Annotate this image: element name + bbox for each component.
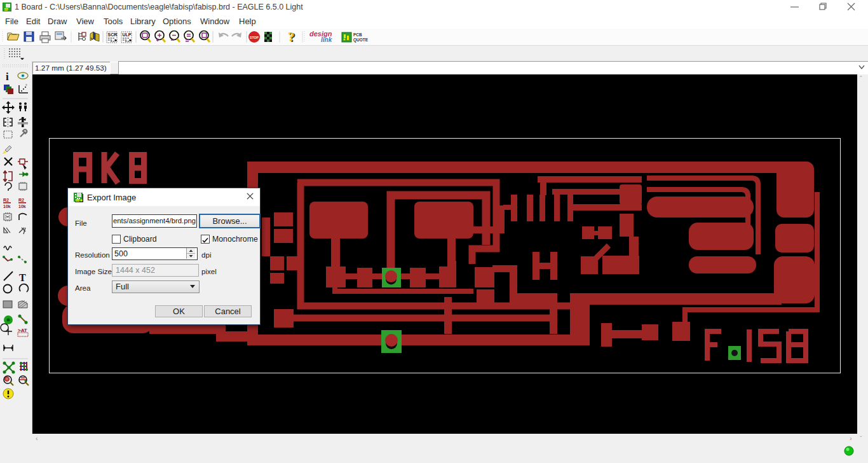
svg-text:10k: 10k (18, 204, 26, 209)
svg-text:QUOTE: QUOTE (353, 38, 369, 43)
svg-text:10k: 10k (3, 204, 11, 209)
svg-text:?: ? (288, 29, 295, 45)
svg-text:STOP: STOP (250, 36, 259, 39)
svg-text:°: ° (25, 84, 27, 88)
svg-text:R2: R2 (18, 198, 24, 202)
svg-text:link: link (321, 36, 332, 43)
svg-text:R2: R2 (3, 198, 9, 202)
svg-text:PCB: PCB (353, 32, 362, 37)
svg-text:ULP: ULP (123, 32, 132, 37)
svg-text:SCR: SCR (108, 32, 118, 37)
svg-text:T: T (19, 272, 26, 283)
svg-text:i: i (6, 71, 9, 83)
